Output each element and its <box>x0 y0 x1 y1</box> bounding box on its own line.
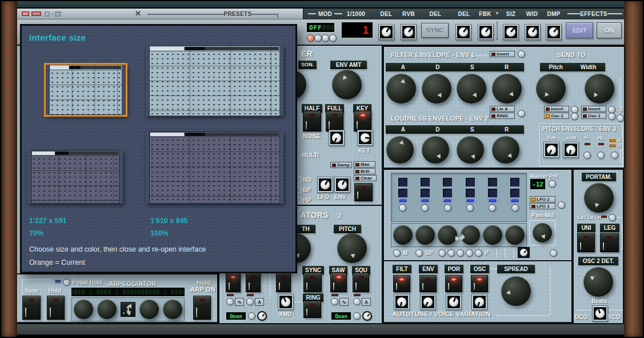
env3-tim-knob[interactable] <box>543 142 559 158</box>
laloh-button[interactable] <box>609 214 616 221</box>
env3-pm-button[interactable] <box>583 152 591 159</box>
del3-knob[interactable] <box>455 24 471 40</box>
matrix-knob-1[interactable] <box>393 225 413 245</box>
filter-extra-button[interactable] <box>354 183 373 201</box>
osc2-wave1-select[interactable] <box>331 298 338 305</box>
send-pitch-knob[interactable] <box>536 74 566 104</box>
brill-checkbox[interactable]: Brill <box>354 168 375 174</box>
matrix-cell[interactable] <box>443 189 452 197</box>
matrix-knob-6[interactable] <box>505 225 525 245</box>
matrix-sel-button-4[interactable] <box>466 249 473 257</box>
arp-knob-1[interactable] <box>74 300 93 319</box>
matrix-cell[interactable] <box>421 189 430 197</box>
matrix-button[interactable] <box>421 204 429 212</box>
sine-wave-icon[interactable]: ∿ <box>235 298 244 306</box>
env2-mode-button[interactable] <box>518 110 525 117</box>
spread-knob[interactable] <box>501 276 531 306</box>
triangle-wave-icon-2[interactable]: ∧ <box>362 298 371 306</box>
env2-lina-checkbox[interactable]: Lin A <box>490 106 515 112</box>
del1-knob[interactable] <box>378 24 394 40</box>
layout-icon[interactable]: + <box>45 11 61 17</box>
matrix-cell[interactable] <box>443 178 452 186</box>
fbk-knob[interactable] <box>478 24 494 40</box>
delay-sync-button[interactable]: SYNC <box>421 23 449 38</box>
mod-button-1[interactable] <box>307 34 314 42</box>
matrix-cell[interactable] <box>510 178 519 186</box>
osc-variation-knob[interactable] <box>471 294 487 310</box>
key-button[interactable] <box>354 111 371 132</box>
lfo1-checkbox[interactable]: LFO 1 <box>530 203 555 209</box>
env3-rl-button[interactable] <box>597 152 605 159</box>
half-button[interactable] <box>303 111 321 132</box>
matrix-sel-button-2[interactable] <box>447 249 455 257</box>
saw-button[interactable] <box>330 273 347 292</box>
uni-button[interactable] <box>577 233 595 252</box>
env2-attack-knob[interactable] <box>386 136 414 164</box>
clear-checkbox[interactable]: Clear <box>354 175 377 181</box>
env-variation-button[interactable] <box>419 275 437 292</box>
matrix-cell[interactable] <box>466 189 475 197</box>
cutoff-lfo-knob[interactable] <box>317 177 333 193</box>
env2-sustain-knob[interactable] <box>457 136 484 164</box>
matrix-cell[interactable] <box>488 178 497 186</box>
width-osc1-checkbox[interactable]: Osc 1 <box>581 113 606 119</box>
matrix-button[interactable] <box>399 204 406 212</box>
por-variation-button[interactable] <box>445 275 462 292</box>
matrix-cell[interactable] <box>421 178 430 186</box>
siz-knob[interactable] <box>503 24 519 40</box>
dmp-knob[interactable] <box>546 24 562 40</box>
lfo-select-button[interactable] <box>558 201 565 209</box>
matrix-mini-knob[interactable] <box>519 248 529 257</box>
width-invert-checkbox[interactable]: Invert <box>581 106 606 112</box>
effects-edit-button[interactable]: EDIT <box>566 22 593 38</box>
damp-checkbox[interactable]: Damp <box>330 162 352 168</box>
env3-amt-knob[interactable] <box>563 142 579 158</box>
full-button[interactable] <box>326 111 343 132</box>
osc1-quantize-button[interactable] <box>248 312 255 320</box>
thumbnail-large-dark[interactable] <box>146 132 283 204</box>
noise-knob[interactable] <box>329 130 345 146</box>
osc1-quantize-knob[interactable] <box>257 311 267 321</box>
por-variation-knob[interactable] <box>446 294 462 310</box>
chevron-down-icon[interactable]: ▼ <box>495 11 499 16</box>
xmd-knob[interactable] <box>278 294 294 310</box>
filt-variation-knob[interactable] <box>394 294 410 310</box>
matrix-cell[interactable] <box>510 189 519 197</box>
env1-invert-button[interactable] <box>518 50 525 58</box>
osc2-quantize-knob[interactable] <box>362 311 372 321</box>
mod-button-4[interactable] <box>329 34 337 42</box>
matrix-cell[interactable] <box>466 178 475 186</box>
send-width-knob[interactable] <box>585 74 614 104</box>
env2-ring-checkbox[interactable]: RING <box>490 113 515 119</box>
osc1-wave2-button[interactable] <box>246 273 261 292</box>
sine-wave-icon-2[interactable]: ∿ <box>339 298 349 306</box>
env1-decay-knob[interactable] <box>422 74 451 104</box>
rvb-knob[interactable] <box>401 24 417 40</box>
matrix-cell[interactable] <box>488 189 497 197</box>
arp-knob-3[interactable] <box>139 300 159 319</box>
osc-mod-button[interactable] <box>276 273 291 292</box>
portam-knob[interactable] <box>584 183 614 213</box>
matrix-button[interactable] <box>511 204 519 212</box>
filt-variation-button[interactable] <box>393 275 410 292</box>
matrix-knob-2[interactable] <box>415 225 435 245</box>
pedal-hold-button[interactable] <box>63 279 70 286</box>
osc1-wave2-select[interactable] <box>246 298 254 305</box>
pitch-osc2-checkbox[interactable]: Osc 2 <box>544 113 569 119</box>
matrix-button[interactable] <box>444 204 451 212</box>
matrix-cell[interactable] <box>398 178 407 186</box>
matrix-knob-3[interactable] <box>438 225 457 245</box>
matrix-sel-button-5[interactable] <box>475 249 482 257</box>
pan-md-knob[interactable] <box>533 223 552 242</box>
close-icon[interactable]: ✕ <box>135 9 141 18</box>
zero-button[interactable] <box>617 114 624 122</box>
matrix-button[interactable] <box>489 204 496 212</box>
env-variation-knob[interactable] <box>420 294 436 310</box>
thumbnail-small-blue[interactable] <box>46 65 126 115</box>
osc2det-knob[interactable] <box>583 267 613 297</box>
sync-button[interactable] <box>303 273 322 292</box>
pitch-osc2-button[interactable] <box>571 113 578 120</box>
window-icon-small[interactable] <box>22 11 29 16</box>
ring-button[interactable] <box>303 301 321 318</box>
squ-button[interactable] <box>353 273 369 292</box>
